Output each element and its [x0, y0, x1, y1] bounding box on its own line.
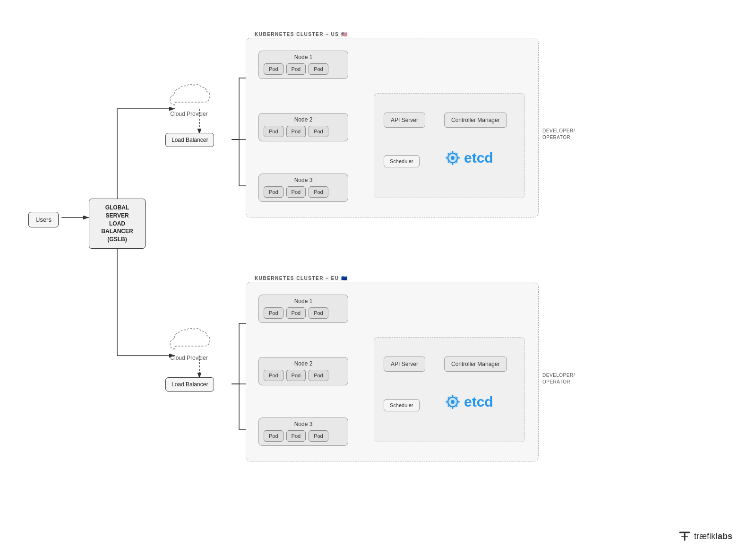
- diagram-container: KUBERNETES CLUSTER – US 🇺🇸 Node 1 Pod Po…: [0, 0, 756, 557]
- eu-controller-manager: Controller Manager: [444, 357, 507, 372]
- eu-cloud-provider: Cloud Provider: [165, 325, 213, 361]
- us-load-balancer: Load Balancer: [165, 133, 214, 147]
- us-node-2: Node 2 Pod Pod Pod: [258, 113, 348, 141]
- us-controller-manager: Controller Manager: [444, 113, 507, 128]
- pod: Pod: [286, 430, 306, 442]
- us-node-3-title: Node 3: [264, 177, 343, 183]
- pod: Pod: [264, 63, 284, 75]
- pod: Pod: [264, 430, 284, 442]
- pod: Pod: [286, 63, 306, 75]
- etcd-icon: [444, 149, 461, 166]
- eu-node-3-title: Node 3: [264, 421, 343, 427]
- pod: Pod: [264, 307, 284, 319]
- pod: Pod: [286, 126, 306, 137]
- us-node-2-title: Node 2: [264, 116, 343, 123]
- users-box: Users: [28, 212, 59, 227]
- eu-node-1: Node 1 Pod Pod Pod: [258, 295, 348, 323]
- svg-point-20: [451, 156, 455, 160]
- eu-api-server: API Server: [384, 357, 425, 372]
- eu-cloud-label: Cloud Provider: [165, 355, 213, 361]
- pod: Pod: [286, 307, 306, 319]
- eu-node-1-title: Node 1: [264, 298, 343, 305]
- us-scheduler: Scheduler: [384, 155, 420, 167]
- us-node-3: Node 3 Pod Pod Pod: [258, 174, 348, 202]
- us-cloud-label: Cloud Provider: [165, 111, 213, 117]
- eu-node-2: Node 2 Pod Pod Pod: [258, 357, 348, 385]
- pod: Pod: [309, 307, 328, 319]
- cluster-eu-label: KUBERNETES CLUSTER – EU 🇪🇺: [253, 276, 349, 281]
- eu-load-balancer: Load Balancer: [165, 377, 214, 392]
- svg-point-23: [451, 400, 455, 404]
- cluster-us: KUBERNETES CLUSTER – US 🇺🇸 Node 1 Pod Po…: [246, 38, 539, 218]
- traefik-logo: træfiklabs: [678, 530, 732, 543]
- pod: Pod: [309, 63, 328, 75]
- eu-node-2-title: Node 2: [264, 360, 343, 367]
- us-cloud-icon: [165, 81, 213, 110]
- eu-node-1-pods: Pod Pod Pod: [264, 307, 343, 319]
- cluster-eu: KUBERNETES CLUSTER – EU 🇪🇺 Node 1 Pod Po…: [246, 282, 539, 461]
- pod: Pod: [286, 370, 306, 381]
- us-dev-op: DEVELOPER/OPERATOR: [542, 128, 575, 141]
- us-node-2-pods: Pod Pod Pod: [264, 126, 343, 137]
- gslb-box: GLOBAL SERVERLOAD BALANCER(GSLB): [89, 199, 146, 249]
- pod: Pod: [264, 186, 284, 198]
- pod: Pod: [309, 370, 328, 381]
- pod: Pod: [309, 430, 328, 442]
- eu-etcd: etcd: [444, 393, 493, 410]
- eu-control-plane: API Server Controller Manager Scheduler: [374, 337, 525, 442]
- us-control-plane: API Server Controller Manager Scheduler: [374, 93, 525, 198]
- us-node-1-pods: Pod Pod Pod: [264, 63, 343, 75]
- us-api-server: API Server: [384, 113, 425, 128]
- cluster-us-label: KUBERNETES CLUSTER – US 🇺🇸: [253, 32, 349, 37]
- pod: Pod: [264, 370, 284, 381]
- traefik-logo-text: træfiklabs: [694, 531, 732, 541]
- eu-node-3: Node 3 Pod Pod Pod: [258, 418, 348, 446]
- pod: Pod: [264, 126, 284, 137]
- eu-scheduler: Scheduler: [384, 399, 420, 411]
- eu-node-2-pods: Pod Pod Pod: [264, 370, 343, 381]
- eu-cloud-icon: [165, 325, 213, 354]
- us-etcd: etcd: [444, 149, 493, 166]
- etcd-eu-icon: [444, 393, 461, 410]
- pod: Pod: [309, 186, 328, 198]
- traefik-icon: [678, 530, 691, 543]
- us-node-1-title: Node 1: [264, 54, 343, 61]
- us-node-3-pods: Pod Pod Pod: [264, 186, 343, 198]
- eu-node-3-pods: Pod Pod Pod: [264, 430, 343, 442]
- pod: Pod: [286, 186, 306, 198]
- us-cloud-provider: Cloud Provider: [165, 81, 213, 117]
- pod: Pod: [309, 126, 328, 137]
- us-node-1: Node 1 Pod Pod Pod: [258, 51, 348, 79]
- eu-dev-op: DEVELOPER/OPERATOR: [542, 372, 575, 385]
